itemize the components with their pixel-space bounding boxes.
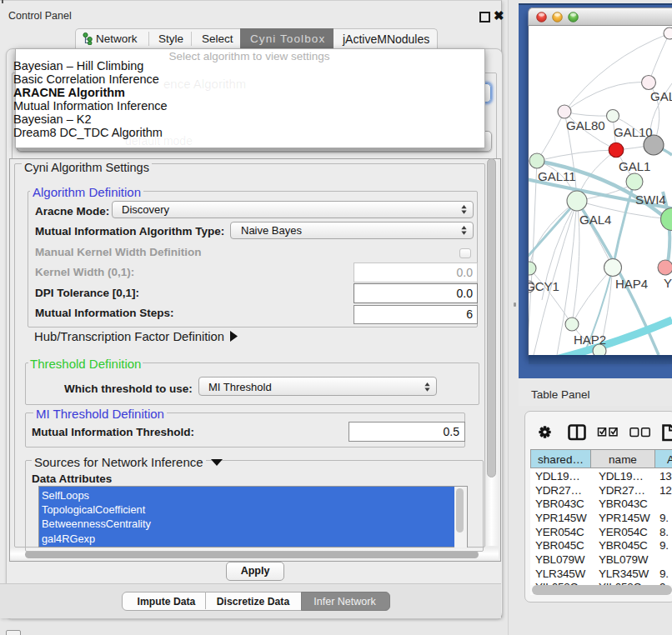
svg-text:GAL4: GAL4: [579, 212, 611, 227]
svg-text:GAL80: GAL80: [566, 118, 605, 132]
svg-text:HAP4: HAP4: [615, 277, 648, 291]
svg-text:GAL11: GAL11: [538, 169, 576, 183]
svg-text:YM: YM: [664, 276, 672, 290]
svg-text:GAL10: GAL10: [614, 125, 653, 139]
svg-text:SWI4: SWI4: [635, 192, 666, 207]
svg-text:GAL7: GAL7: [650, 89, 672, 103]
svg-text:GCY1: GCY1: [529, 279, 559, 293]
svg-text:HAP2: HAP2: [574, 332, 606, 347]
svg-text:GAL1: GAL1: [619, 159, 650, 173]
